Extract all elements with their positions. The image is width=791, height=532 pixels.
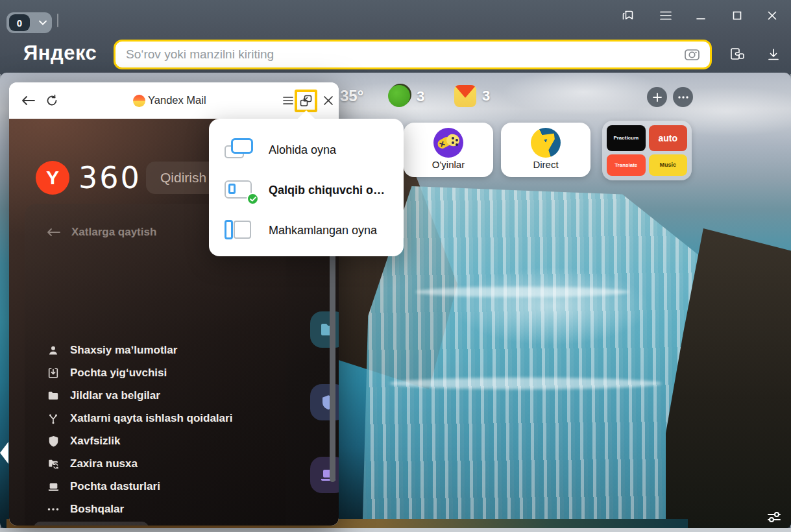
window-mode-dropdown: Alohida oyna Qalqib chiquvchi o… Mahkaml…: [209, 119, 404, 256]
bottom-edge: [0, 528, 791, 532]
search-input[interactable]: [126, 42, 671, 67]
selected-check-icon: [247, 193, 259, 205]
sidebar-item-more[interactable]: Boshqalar: [47, 503, 124, 516]
tile-direct-label: Direct: [533, 159, 558, 170]
image-search-camera-icon[interactable]: [684, 47, 701, 65]
tab-counter[interactable]: 0: [6, 12, 52, 33]
services-grid-widget: Practicum auto Translate Music: [602, 121, 692, 180]
rules-branch-icon: [47, 412, 60, 425]
popup-title: Yandex Mail: [148, 94, 206, 106]
sidebar-item-folders[interactable]: Jildlar va belgilar: [47, 389, 160, 402]
downloads-icon[interactable]: [763, 44, 784, 65]
sidebar-item-processing-rules[interactable]: Xatlarni qayta ishlash qoidalari: [47, 412, 232, 425]
dropdown-item-floating-window-selected[interactable]: Qalqib chiquvchi o…: [209, 173, 404, 207]
edge-panel-handle[interactable]: [0, 442, 8, 464]
search-bar[interactable]: [114, 40, 712, 69]
backup-sync-icon: [47, 457, 60, 470]
popup-close-icon[interactable]: [319, 91, 337, 110]
sidebar-item-personal-info[interactable]: Shaxsiy maʼlumotlar: [47, 344, 177, 357]
person-icon: [47, 344, 60, 357]
extensions-icon[interactable]: [727, 44, 748, 65]
tile-games-label: O'yinlar: [432, 159, 465, 170]
dropdown-item-pinned-window[interactable]: Mahkamlangan oyna: [209, 213, 404, 247]
mail-icon[interactable]: [454, 85, 476, 107]
change-password-button[interactable]: Parolni oʻzgartirish: [34, 522, 149, 526]
dropdown-item-separate-window[interactable]: Alohida oyna: [209, 133, 404, 167]
shield-icon: [47, 435, 60, 448]
separate-window-icon: [225, 138, 257, 162]
close-button[interactable]: [764, 8, 780, 23]
menu-hamburger-icon[interactable]: [658, 8, 674, 23]
tile-games[interactable]: ✕ O'yinlar: [404, 123, 493, 177]
y360-logo: Y 360: [36, 160, 141, 195]
mail-collector-icon: [47, 367, 60, 380]
dropdown-pointer: [297, 110, 315, 119]
weather-temperature[interactable]: 35°: [340, 87, 363, 105]
mail-count: 3: [482, 88, 490, 104]
tab-count-badge[interactable]: 0: [9, 14, 30, 31]
tab-separator: [57, 14, 58, 27]
laptop-icon: [47, 480, 60, 493]
sidebar-item-mail-collector[interactable]: Pochta yigʻuvchisi: [47, 367, 167, 380]
minimize-button[interactable]: [693, 8, 709, 23]
reload-icon[interactable]: [43, 91, 61, 110]
grid-tile-music[interactable]: Music: [649, 154, 688, 176]
mail-notification[interactable]: 3: [454, 85, 490, 107]
folder-icon: [47, 389, 60, 402]
ellipsis-icon: [47, 503, 60, 516]
sidebar-item-security[interactable]: Xavfsizlik: [47, 435, 121, 448]
floating-window-icon: [225, 178, 257, 202]
pinned-window-icon: [225, 219, 257, 242]
grid-tile-translate[interactable]: Translate: [607, 154, 646, 176]
grid-tile-auto[interactable]: auto: [649, 125, 688, 151]
waterfall-ledge: [389, 378, 662, 389]
back-to-letters-link[interactable]: Xatlarga qaytish: [47, 226, 156, 239]
y360-logo-circle: Y: [36, 161, 69, 195]
games-icon: ✕: [433, 128, 463, 158]
background-settings-icon[interactable]: [766, 510, 782, 527]
back-arrow-icon[interactable]: [19, 91, 38, 110]
add-widget-button[interactable]: [647, 87, 667, 107]
grid-tile-practicum[interactable]: Practicum: [607, 125, 646, 151]
maximize-button[interactable]: [729, 8, 745, 23]
sidebar-item-backup[interactable]: Zaxira nusxa: [47, 457, 138, 470]
waterfall-ledge: [415, 287, 629, 297]
tabs-chevron-down-icon[interactable]: [34, 12, 52, 33]
sidebar-item-mail-clients[interactable]: Pochta dasturlari: [47, 480, 160, 493]
direct-icon: [531, 128, 561, 158]
mail-favicon: [133, 95, 145, 107]
browser-chrome: 0 Яндекс: [0, 0, 791, 74]
more-options-button[interactable]: [673, 87, 693, 107]
browser-window: 0 Яндекс: [0, 0, 791, 532]
tile-direct[interactable]: Direct: [501, 123, 590, 177]
messenger-notification[interactable]: 3: [388, 85, 424, 108]
popup-header: Yandex Mail: [9, 82, 339, 119]
waterfall-mist: [454, 267, 649, 345]
yandex-logo[interactable]: Яндекс: [23, 42, 97, 65]
messenger-icon[interactable]: [388, 85, 411, 108]
window-mode-button-highlighted[interactable]: [295, 90, 317, 112]
sidebar-bookmark-icon[interactable]: [620, 6, 637, 23]
messenger-count: 3: [417, 88, 424, 105]
